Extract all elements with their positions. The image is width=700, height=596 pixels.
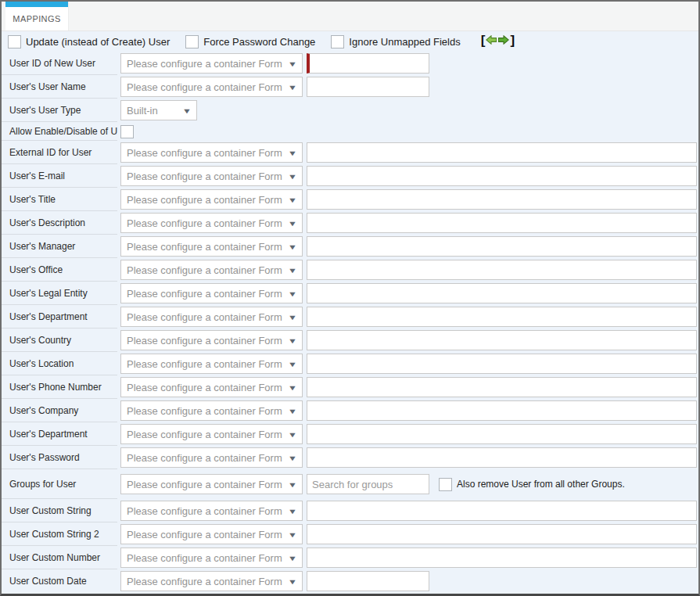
field-label: User ID of New User bbox=[2, 52, 117, 75]
mapping-source-dropdown[interactable]: Please configure a container Form first▼ bbox=[120, 307, 303, 327]
row-controls: Please configure a container Form first▼ bbox=[117, 236, 698, 257]
update-user-checkbox[interactable] bbox=[8, 35, 21, 48]
chevron-down-icon: ▼ bbox=[288, 430, 297, 438]
mapping-row: User's DepartmentPlease configure a cont… bbox=[2, 305, 698, 329]
mapping-source-dropdown[interactable]: Please configure a container Form first▼ bbox=[120, 571, 303, 591]
option-update-user: Update (instead of Create) User bbox=[8, 35, 170, 48]
dropdown-value: Please configure a container Form first bbox=[127, 552, 285, 564]
mapping-source-dropdown[interactable]: Please configure a container Form first▼ bbox=[120, 447, 303, 468]
mapping-source-dropdown[interactable]: Please configure a container Form first▼ bbox=[120, 77, 303, 97]
chevron-down-icon: ▼ bbox=[288, 336, 297, 344]
mapping-value-input[interactable] bbox=[307, 189, 697, 210]
mapping-value-input[interactable] bbox=[307, 377, 697, 397]
field-label: User's Location bbox=[2, 352, 117, 375]
mapping-value-input[interactable] bbox=[307, 400, 697, 421]
mapping-source-dropdown[interactable]: Please configure a container Form first▼ bbox=[120, 260, 303, 280]
chevron-down-icon: ▼ bbox=[288, 242, 297, 250]
mapping-value-input[interactable] bbox=[307, 447, 697, 468]
mapping-source-dropdown[interactable]: Please configure a container Form first▼ bbox=[120, 166, 303, 186]
chevron-down-icon: ▼ bbox=[288, 266, 297, 274]
dropdown-value: Please configure a container Form first bbox=[127, 241, 285, 253]
dropdown-value: Please configure a container Form first bbox=[127, 194, 285, 206]
mapping-source-dropdown[interactable]: Please configure a container Form first▼ bbox=[120, 53, 303, 74]
chevron-down-icon: ▼ bbox=[288, 530, 297, 538]
mapping-row: Allow Enable/Disable of User bbox=[2, 122, 698, 141]
group-search-input[interactable] bbox=[307, 474, 429, 494]
mapping-row: User's PasswordPlease configure a contai… bbox=[2, 446, 698, 469]
mapping-source-dropdown[interactable]: Please configure a container Form first▼ bbox=[120, 236, 303, 257]
right-bracket: ] bbox=[510, 34, 515, 47]
mapping-value-input[interactable] bbox=[307, 330, 697, 350]
row-controls: Please configure a container Form first▼ bbox=[117, 548, 698, 568]
mapping-source-dropdown[interactable]: Please configure a container Form first▼ bbox=[120, 283, 303, 303]
options-row: Update (instead of Create) User Force Pa… bbox=[2, 31, 698, 52]
mapping-source-dropdown[interactable]: Please configure a container Form first▼ bbox=[120, 400, 303, 421]
mapping-row: User Custom DatePlease configure a conta… bbox=[2, 569, 698, 593]
mapping-value-input[interactable] bbox=[307, 424, 697, 444]
row-controls: Please configure a container Form first▼ bbox=[117, 501, 698, 521]
mapping-source-dropdown[interactable]: Please configure a container Form first▼ bbox=[120, 142, 303, 163]
dropdown-value: Please configure a container Form first bbox=[127, 405, 285, 417]
mapping-value-input[interactable] bbox=[307, 354, 697, 374]
mapping-value-input[interactable] bbox=[307, 77, 429, 97]
allow-enable-disable-checkbox[interactable] bbox=[120, 125, 134, 138]
force-password-checkbox[interactable] bbox=[185, 35, 199, 48]
field-label: User Custom String bbox=[2, 499, 117, 522]
field-label: Groups for User bbox=[2, 469, 117, 499]
mapping-row: User's LocationPlease configure a contai… bbox=[2, 352, 698, 375]
ignore-unmapped-checkbox[interactable] bbox=[331, 35, 344, 48]
chevron-down-icon: ▼ bbox=[288, 313, 297, 321]
mapping-source-dropdown[interactable]: Please configure a container Form first▼ bbox=[120, 424, 303, 444]
dropdown-value: Please configure a container Form first bbox=[127, 358, 285, 370]
dropdown-value: Please configure a container Form first bbox=[127, 382, 285, 393]
dropdown-value: Please configure a container Form first bbox=[127, 479, 285, 490]
arrow-right-icon bbox=[498, 35, 509, 45]
row-controls: Please configure a container Form first▼ bbox=[117, 400, 698, 421]
dropdown-value: Built-in bbox=[127, 105, 158, 117]
dropdown-value: Please configure a container Form first bbox=[127, 217, 285, 229]
mapping-source-dropdown[interactable]: Please configure a container Form first▼ bbox=[120, 474, 303, 494]
mapping-value-input[interactable] bbox=[307, 501, 697, 521]
mapping-row: User Custom StringPlease configure a con… bbox=[2, 499, 698, 522]
mapping-value-input[interactable] bbox=[307, 166, 697, 186]
mapping-value-input[interactable] bbox=[307, 524, 697, 544]
swap-arrows-icon[interactable]: [ ] bbox=[481, 34, 515, 47]
mapping-value-input[interactable] bbox=[307, 571, 429, 591]
field-label: User's E-mail bbox=[2, 164, 117, 188]
mapping-value-input[interactable] bbox=[307, 307, 697, 327]
mapping-row: User's E-mailPlease configure a containe… bbox=[2, 164, 698, 188]
dropdown-value: Please configure a container Form first bbox=[127, 505, 285, 517]
dropdown-value: Please configure a container Form first bbox=[127, 529, 285, 540]
mapping-source-dropdown[interactable]: Please configure a container Form first▼ bbox=[120, 354, 303, 374]
tab-accent-bar bbox=[5, 2, 68, 7]
remove-other-groups-checkbox[interactable] bbox=[439, 478, 452, 491]
mapping-value-input[interactable] bbox=[307, 260, 697, 280]
tab-label: MAPPINGS bbox=[13, 14, 60, 23]
mapping-source-dropdown[interactable]: Please configure a container Form first▼ bbox=[120, 501, 303, 521]
row-controls: Please configure a container Form first▼ bbox=[117, 213, 698, 233]
chevron-down-icon: ▼ bbox=[288, 507, 297, 515]
mapping-value-input[interactable] bbox=[307, 53, 429, 74]
mapping-value-input[interactable] bbox=[307, 142, 697, 163]
mapping-source-dropdown[interactable]: Please configure a container Form first▼ bbox=[120, 189, 303, 210]
tab-mappings[interactable]: MAPPINGS bbox=[5, 2, 69, 31]
row-controls: Please configure a container Form first▼ bbox=[117, 424, 698, 444]
mapping-row: User's OfficePlease configure a containe… bbox=[2, 258, 698, 282]
chevron-down-icon: ▼ bbox=[288, 554, 297, 562]
mapping-row: User's TitlePlease configure a container… bbox=[2, 188, 698, 211]
mapping-source-dropdown[interactable]: Please configure a container Form first▼ bbox=[120, 377, 303, 397]
option-ignore-unmapped: Ignore Unmapped Fields bbox=[331, 35, 460, 48]
mapping-value-input[interactable] bbox=[307, 548, 697, 568]
mapping-source-dropdown[interactable]: Please configure a container Form first▼ bbox=[120, 213, 303, 233]
dropdown-value: Please configure a container Form first bbox=[127, 576, 285, 587]
mapping-value-input[interactable] bbox=[307, 213, 697, 233]
mapping-source-dropdown[interactable]: Please configure a container Form first▼ bbox=[120, 524, 303, 544]
mapping-value-input[interactable] bbox=[307, 283, 697, 303]
mapping-source-dropdown[interactable]: Please configure a container Form first▼ bbox=[120, 330, 303, 350]
field-label: User's Country bbox=[2, 329, 117, 352]
dropdown-value: Please configure a container Form first bbox=[127, 429, 285, 440]
mapping-value-input[interactable] bbox=[307, 236, 697, 257]
mapping-source-dropdown[interactable]: Please configure a container Form first▼ bbox=[120, 548, 303, 568]
chevron-down-icon: ▼ bbox=[288, 83, 297, 91]
mapping-source-dropdown[interactable]: Built-in▼ bbox=[120, 100, 197, 120]
